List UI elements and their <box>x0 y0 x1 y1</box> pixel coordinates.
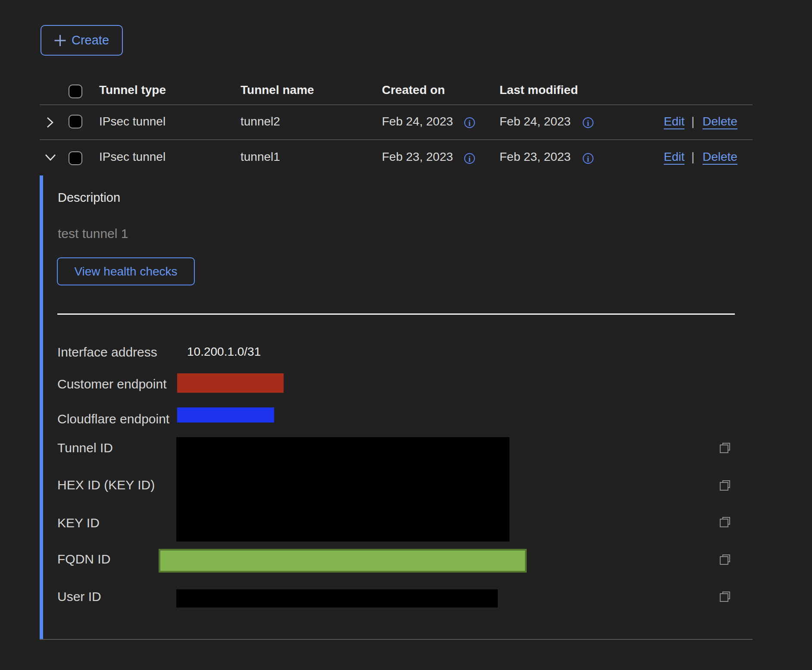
svg-text:i: i <box>587 119 589 128</box>
svg-text:i: i <box>587 154 589 163</box>
svg-text:i: i <box>468 154 471 163</box>
svg-text:i: i <box>468 119 471 128</box>
